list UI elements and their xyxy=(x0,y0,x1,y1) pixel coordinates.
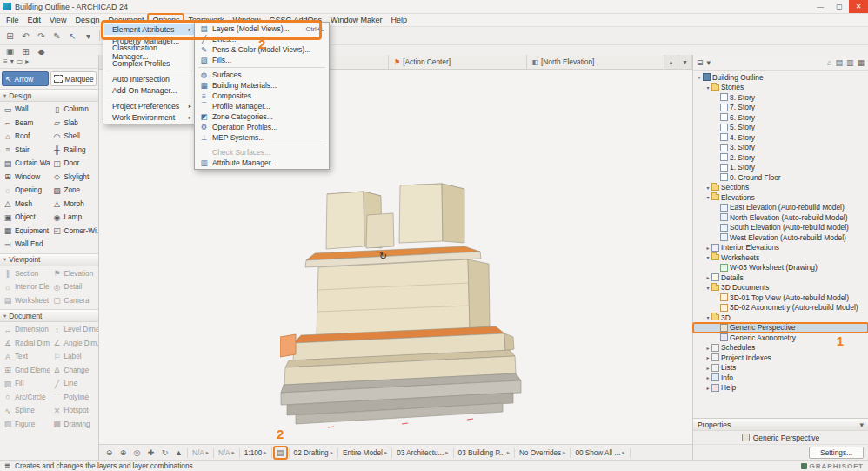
tool-drawing[interactable]: ▩Drawing xyxy=(50,418,99,432)
tool-wall[interactable]: ▭Wall xyxy=(0,103,50,117)
zoom-out-icon[interactable]: ⊖ xyxy=(103,447,116,459)
quick-option-00-show-all[interactable]: 00 Show All ...▸ xyxy=(572,447,627,459)
tree-item-west-elevation-auto-rebuild-model[interactable]: West Elevation (Auto-rebuild Model) xyxy=(693,232,868,243)
tool-section[interactable]: ∥Section xyxy=(0,267,50,281)
menu-edit[interactable]: Edit xyxy=(23,14,46,26)
tree-item-info[interactable]: ▸Info xyxy=(693,373,868,383)
tool-figure[interactable]: ▧Figure xyxy=(0,418,50,432)
expand-closed-icon[interactable]: ▸ xyxy=(704,374,711,380)
tool-dimension[interactable]: ↔Dimension xyxy=(0,323,50,337)
options-item-element-attributes[interactable]: Element Attributes▸ xyxy=(104,24,195,35)
view-map-icon[interactable]: ▤ xyxy=(835,58,843,67)
menu-design[interactable]: Design xyxy=(70,14,103,26)
tree-item-3d-documents[interactable]: ▾3D Documents xyxy=(693,283,868,293)
tree-item-details[interactable]: ▸Details xyxy=(693,273,868,283)
navigator-dropdown-icon[interactable]: ▾ xyxy=(707,58,711,67)
tool-detail[interactable]: ◎Detail xyxy=(50,280,99,294)
tree-item-worksheets[interactable]: ▾Worksheets xyxy=(693,252,868,263)
publisher-icon[interactable]: ▦ xyxy=(857,58,865,67)
project-map-icon[interactable]: ⌂ xyxy=(827,58,831,67)
submenu-item-mep-systems[interactable]: ⊥MEP Systems... xyxy=(196,132,328,143)
tool-text[interactable]: AText xyxy=(0,350,50,364)
expand-closed-icon[interactable]: ▸ xyxy=(704,245,711,251)
submenu-item-check-surfaces[interactable]: Check Surfaces... xyxy=(196,147,328,158)
options-item-add-on-manager[interactable]: Add-On Manager... xyxy=(104,84,195,96)
section-viewpoint[interactable]: ▾Viewpoint xyxy=(0,253,98,266)
tool-morph[interactable]: ◬Morph xyxy=(50,198,99,212)
menu-file[interactable]: File xyxy=(2,14,23,26)
tool-arrow[interactable]: ↖Arrow xyxy=(2,71,49,86)
pan-icon[interactable]: ✚ xyxy=(144,447,157,459)
tree-item-sections[interactable]: ▾Sections xyxy=(693,183,868,193)
tree-item-2-story[interactable]: 2. Story xyxy=(693,152,868,163)
submenu-item-lines[interactable]: ╱Lines... xyxy=(196,34,328,44)
fit-in-window-icon[interactable]: ◎ xyxy=(130,447,144,459)
expand-open-icon[interactable]: ▾ xyxy=(704,194,711,200)
tool-elevation[interactable]: ⚑Elevation xyxy=(50,267,99,281)
menu-help[interactable]: Help xyxy=(387,14,412,26)
tool-wall-end[interactable]: ⊣Wall End xyxy=(0,238,50,252)
tree-item-w-03-worksheet-drawing[interactable]: W-03 Worksheet (Drawing) xyxy=(693,263,868,273)
submenu-item-pens-color-model-views[interactable]: ✎Pens & Color (Model Views)... xyxy=(196,44,328,55)
tool-change[interactable]: ΔChange xyxy=(50,364,99,378)
options-item-project-preferences[interactable]: Project Preferences▸ xyxy=(104,100,195,111)
expand-open-icon[interactable]: ▾ xyxy=(704,314,711,320)
tool-column[interactable]: ▯Column xyxy=(50,103,99,117)
tab-action-center[interactable]: ⚑[Action Center] xyxy=(389,55,527,69)
tree-item-generic-perspective[interactable]: Generic Perspective1 xyxy=(693,323,868,333)
tool-camera[interactable]: ▢Camera xyxy=(50,294,99,308)
menu-window-maker[interactable]: Window Maker xyxy=(326,14,387,26)
toolbox-search-icon[interactable]: ▭ xyxy=(17,57,23,65)
navigator-mode-icon[interactable]: ⊟ xyxy=(697,58,704,67)
tool-arc-circle[interactable]: ○Arc/Circle xyxy=(0,391,50,405)
expand-open-icon[interactable]: ▾ xyxy=(696,74,703,80)
tool-line[interactable]: ╱Line xyxy=(50,377,99,391)
submenu-item-attribute-manager[interactable]: ▥Attribute Manager... xyxy=(196,158,328,168)
maximize-button[interactable]: ▢ xyxy=(830,0,849,13)
tree-item-7-story[interactable]: 7. Story xyxy=(693,103,868,113)
quick-options-icon[interactable]: ▤2 xyxy=(274,447,287,459)
close-button[interactable]: ✕ xyxy=(849,0,868,13)
tool-grid-element[interactable]: ⊞Grid Element xyxy=(0,364,50,378)
tree-item-3d[interactable]: ▾3D xyxy=(693,313,868,323)
tool-door[interactable]: ◫Door xyxy=(50,157,99,171)
expand-closed-icon[interactable]: ▸ xyxy=(704,274,711,280)
tree-item-4-story[interactable]: 4. Story xyxy=(693,132,868,143)
submenu-item-layers-model-views[interactable]: ▤Layers (Model Views)...Ctrl+L xyxy=(196,24,328,34)
tool-marquee[interactable]: Marquee xyxy=(50,71,97,86)
tree-item-6-story[interactable]: 6. Story xyxy=(693,112,868,123)
quick-option-03-building-p[interactable]: 03 Building P...▸ xyxy=(456,447,512,459)
tree-item-3d-02-axonometry-auto-rebuild-model[interactable]: 3D-02 Axonometry (Auto-rebuild Model) xyxy=(693,303,868,313)
tree-item-building-outline[interactable]: ▾Building Outline xyxy=(693,72,868,83)
submenu-item-surfaces[interactable]: ◍Surfaces... xyxy=(196,70,328,80)
tool-hotspot[interactable]: ✕Hotspot xyxy=(50,404,99,418)
submenu-item-profile-manager[interactable]: ⌒Profile Manager... xyxy=(196,101,328,111)
submenu-item-operation-profiles[interactable]: ⚙Operation Profiles... xyxy=(196,122,328,132)
status-menu-icon[interactable]: ≣ xyxy=(4,461,10,470)
favorites-icon[interactable]: ⊞ xyxy=(3,30,17,43)
submenu-item-zone-categories[interactable]: ◩Zone Categories... xyxy=(196,111,328,122)
properties-header[interactable]: Properties ▾ xyxy=(693,419,868,431)
tool-spline[interactable]: ∿Spline xyxy=(0,404,50,418)
quick-option-n-a[interactable]: N/A▸ xyxy=(190,447,211,459)
expand-closed-icon[interactable]: ▸ xyxy=(704,345,711,351)
minimize-button[interactable]: — xyxy=(811,0,830,13)
section-document[interactable]: ▾Document xyxy=(0,309,98,322)
tree-item-3d-01-top-view-auto-rebuild-model[interactable]: 3D-01 Top View (Auto-rebuild Model) xyxy=(693,293,868,303)
expand-closed-icon[interactable]: ▸ xyxy=(704,354,711,360)
tool-skylight[interactable]: ◇Skylight xyxy=(50,171,99,185)
layout-book-icon[interactable]: ▥ xyxy=(846,58,854,67)
tab-north-elevation[interactable]: ◧[North Elevation] xyxy=(527,55,665,69)
tool-roof[interactable]: ⌂Roof xyxy=(0,130,50,144)
quick-option-no-overrides[interactable]: No Overrides▸ xyxy=(517,447,569,459)
orbit-icon[interactable]: ↻ xyxy=(158,447,171,459)
tree-item-south-elevation-auto-rebuild-model[interactable]: South Elevation (Auto-rebuild Model) xyxy=(693,223,868,233)
tree-item-interior-elevations[interactable]: ▸Interior Elevations xyxy=(693,243,868,253)
collapse-icon[interactable]: ▾ xyxy=(859,421,864,429)
tree-item-project-indexes[interactable]: ▸Project Indexes xyxy=(693,353,868,363)
tree-item-5-story[interactable]: 5. Story xyxy=(693,123,868,133)
tool-mesh[interactable]: △Mesh xyxy=(0,198,50,212)
tree-item-help[interactable]: ▸Help xyxy=(693,383,868,394)
tool-level-dime[interactable]: ↕Level Dime... xyxy=(50,323,99,337)
tool-label[interactable]: ⚐Label xyxy=(50,350,99,364)
